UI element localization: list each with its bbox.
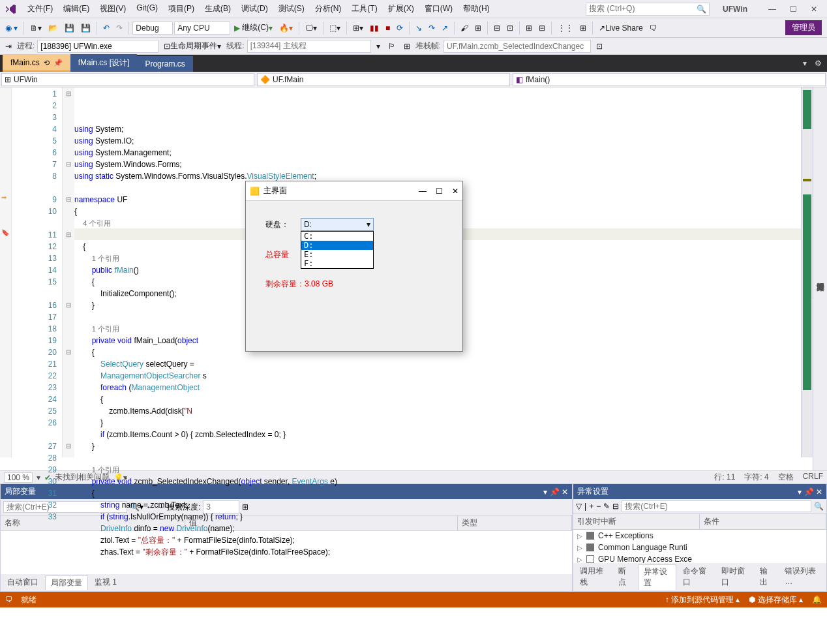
exceptions-tab[interactable]: 断点: [613, 564, 637, 590]
browser-link-button[interactable]: 🖵▾: [303, 22, 320, 34]
close-button[interactable]: ✕: [807, 5, 820, 14]
menu-调试(D)[interactable]: 调试(D): [236, 1, 273, 17]
disk-option[interactable]: D:: [301, 241, 373, 250]
disk-option[interactable]: F:: [301, 259, 373, 268]
exceptions-tab[interactable]: 错误列表 …: [779, 564, 825, 590]
menu-编辑(E)[interactable]: 编辑(E): [58, 1, 95, 17]
step-into-button[interactable]: ↘: [413, 22, 425, 34]
repo-button[interactable]: ⬢ 选择存储库 ▴: [749, 594, 803, 606]
live-share-button[interactable]: ↗ Live Share: [596, 22, 645, 34]
hot-reload-button[interactable]: 🔥▾: [277, 22, 295, 34]
restart-button[interactable]: ⟳: [394, 22, 406, 34]
pause-button[interactable]: ▮▮: [367, 22, 382, 34]
step-over-button[interactable]: ↷: [426, 22, 438, 34]
step-button[interactable]: ⬚▾: [327, 22, 343, 34]
thread-btn1[interactable]: ▾: [374, 40, 383, 52]
feedback-button[interactable]: 🗨: [647, 22, 660, 34]
nav-class[interactable]: 🔶UF.fMain: [257, 73, 510, 86]
tab-fmain-design[interactable]: fMain.cs [设计]: [70, 54, 138, 72]
save-button[interactable]: 💾: [62, 22, 77, 34]
menu-分析(N)[interactable]: 分析(N): [310, 1, 347, 17]
open-button[interactable]: 📂: [46, 22, 61, 34]
tab-fmain[interactable]: fMain.cs⟲📌: [3, 55, 70, 72]
menu-文件(F)[interactable]: 文件(F): [22, 1, 58, 17]
search-icon[interactable]: 🔍: [814, 502, 824, 511]
exceptions-tab[interactable]: 异常设置: [638, 564, 676, 590]
global-search-input[interactable]: 搜索 (Ctrl+Q) 🔍: [586, 3, 710, 16]
ext5-button[interactable]: ⊞: [523, 22, 535, 34]
flag-icon[interactable]: 🏳: [385, 40, 398, 52]
tab-dropdown-button[interactable]: ▾: [800, 57, 809, 69]
menu-测试(S)[interactable]: 测试(S): [273, 1, 310, 17]
admin-badge: 管理员: [785, 20, 822, 35]
config-combo[interactable]: Debug: [132, 22, 173, 35]
tab-settings-button[interactable]: ⚙: [812, 57, 824, 69]
breakpoint-margin[interactable]: 🔖 ➡: [0, 87, 12, 457]
menu-Git(G)[interactable]: Git(G): [131, 1, 163, 17]
nav-namespace[interactable]: ⊞UFWin: [1, 73, 254, 86]
ext7-button[interactable]: ⋮⋮: [555, 22, 576, 34]
thread-label: 线程:: [226, 40, 244, 52]
layout-button[interactable]: ⊞▾: [350, 22, 366, 34]
exceptions-tab[interactable]: 输出: [755, 564, 778, 590]
menu-窗口(W)[interactable]: 窗口(W): [419, 1, 458, 17]
menu-扩展(X)[interactable]: 扩展(X): [383, 1, 419, 17]
pin-icon[interactable]: 📌: [804, 487, 814, 497]
save-all-button[interactable]: 💾: [78, 22, 93, 34]
process-combo[interactable]: [188396] UFWin.exe: [37, 40, 158, 53]
undo-button[interactable]: ↶: [100, 22, 112, 34]
menu-工具(T)[interactable]: 工具(T): [346, 1, 382, 17]
disk-option[interactable]: C:: [301, 232, 373, 241]
thread-btn2[interactable]: ⊞: [401, 40, 413, 52]
menu-视图(V)[interactable]: 视图(V): [95, 1, 131, 17]
menu-帮助(H)[interactable]: 帮助(H): [458, 1, 495, 17]
dlg-minimize-button[interactable]: —: [419, 187, 427, 196]
dlg-maximize-button[interactable]: ☐: [436, 187, 443, 196]
locals-tab[interactable]: 监视 1: [89, 575, 122, 590]
overview-scrollbar[interactable]: [801, 87, 813, 457]
chevron-down-icon: ▾: [367, 220, 370, 229]
editor-tabstrip: fMain.cs⟲📌 fMain.cs [设计] Program.cs ▾ ⚙: [0, 55, 827, 72]
source-control-button[interactable]: ↑ 添加到源代码管理 ▴: [665, 594, 740, 606]
minimize-button[interactable]: —: [766, 5, 779, 14]
maximize-button[interactable]: ☐: [787, 5, 800, 14]
platform-combo[interactable]: Any CPU: [174, 22, 230, 35]
start-button[interactable]: ▶ 继续(C) ▾: [232, 21, 275, 35]
nav-member[interactable]: ◧fMain(): [513, 73, 826, 86]
ext1-button[interactable]: 🖌: [458, 22, 471, 34]
nav-back-button[interactable]: ◉ ▾: [3, 22, 20, 34]
disk-option[interactable]: E:: [301, 250, 373, 259]
redo-button[interactable]: ↷: [113, 22, 125, 34]
thread-combo[interactable]: [139344] 主线程: [247, 40, 371, 53]
exceptions-tab[interactable]: 命令窗口: [678, 564, 715, 590]
locals-tab[interactable]: 自动窗口: [2, 575, 44, 590]
locals-tab[interactable]: 局部变量: [45, 575, 88, 590]
exceptions-tab[interactable]: 调用堆栈: [575, 564, 612, 590]
solution-explorer-tab[interactable]: 解决方案资源管理器: [815, 91, 826, 461]
close-icon[interactable]: ✕: [816, 487, 822, 497]
ext3-button[interactable]: ⊟: [491, 22, 503, 34]
status-icon: 🗨: [5, 595, 13, 604]
disk-dropdown-list[interactable]: C:D:E:F:: [301, 231, 374, 269]
menu-bar: 文件(F)编辑(E)视图(V)Git(G)项目(P)生成(B)调试(D)测试(S…: [0, 0, 827, 18]
notifications-icon[interactable]: 🔔: [812, 595, 822, 604]
stack-combo[interactable]: UF.fMain.zcmb_SelectedIndexChangec: [444, 40, 591, 53]
dlg-close-button[interactable]: ✕: [452, 187, 459, 196]
ext4-button[interactable]: ⊡: [504, 22, 516, 34]
stop-button[interactable]: ■: [383, 22, 393, 34]
new-item-button[interactable]: 🗎▾: [27, 22, 44, 34]
ext2-button[interactable]: ⊞: [472, 22, 484, 34]
fold-column[interactable]: ⊟⊟⊟⊟⊟⊟⊟: [63, 87, 74, 457]
search-placeholder: 搜索 (Ctrl+Q): [589, 3, 635, 14]
lifetime-button[interactable]: ⊡ 生命周期事件 ▾: [161, 39, 224, 53]
menu-项目(P)[interactable]: 项目(P): [163, 1, 200, 17]
stack-btn[interactable]: ⊡: [594, 40, 605, 52]
tab-program[interactable]: Program.cs: [137, 56, 192, 72]
crlf-indicator[interactable]: CRLF: [803, 472, 823, 483]
ext8-button[interactable]: ⊞: [577, 22, 589, 34]
menu-生成(B)[interactable]: 生成(B): [200, 1, 236, 17]
exceptions-tab[interactable]: 即时窗口: [716, 564, 753, 590]
step-out-button[interactable]: ↗: [439, 22, 451, 34]
ext6-button[interactable]: ⊟: [536, 22, 548, 34]
disk-combo[interactable]: D:▾: [301, 218, 374, 231]
